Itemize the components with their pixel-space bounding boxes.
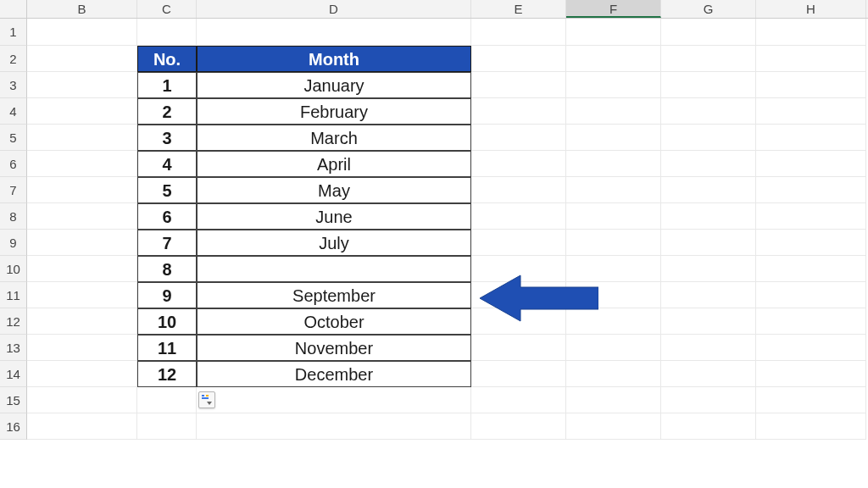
table-header-month[interactable]: Month: [197, 46, 471, 72]
cell-H3[interactable]: [756, 72, 866, 98]
cell-H11[interactable]: [756, 282, 866, 308]
cell-F16[interactable]: [566, 413, 661, 440]
cell-H1[interactable]: [756, 19, 866, 46]
table-cell-no[interactable]: 10: [137, 308, 197, 335]
row-header-1[interactable]: 1: [0, 19, 27, 46]
row-header-9[interactable]: 9: [0, 230, 27, 256]
cell-E4[interactable]: [471, 98, 566, 125]
table-cell-month[interactable]: November: [197, 335, 471, 361]
cell-C1[interactable]: [137, 19, 197, 46]
cell-C16[interactable]: [137, 413, 197, 440]
cell-G2[interactable]: [661, 46, 756, 72]
table-cell-month[interactable]: March: [197, 125, 471, 151]
table-cell-no[interactable]: 5: [137, 177, 197, 203]
row-header-14[interactable]: 14: [0, 361, 27, 387]
cell-B16[interactable]: [27, 413, 137, 440]
column-header-D[interactable]: D: [197, 0, 471, 18]
cell-E7[interactable]: [471, 177, 566, 203]
row-header-13[interactable]: 13: [0, 335, 27, 361]
cell-D16[interactable]: [197, 413, 471, 440]
cell-G4[interactable]: [661, 98, 756, 125]
cell-F15[interactable]: [566, 387, 661, 413]
table-cell-no[interactable]: 4: [137, 151, 197, 177]
cell-F2[interactable]: [566, 46, 661, 72]
cell-E14[interactable]: [471, 361, 566, 387]
cell-F8[interactable]: [566, 203, 661, 230]
table-cell-month[interactable]: September: [197, 282, 471, 308]
column-header-B[interactable]: B: [27, 0, 137, 18]
cell-H13[interactable]: [756, 335, 866, 361]
row-header-12[interactable]: 12: [0, 308, 27, 335]
cell-E9[interactable]: [471, 230, 566, 256]
table-cell-no[interactable]: 1: [137, 72, 197, 98]
table-cell-no[interactable]: 11: [137, 335, 197, 361]
cell-D1[interactable]: [197, 19, 471, 46]
cell-E6[interactable]: [471, 151, 566, 177]
cell-H12[interactable]: [756, 308, 866, 335]
cell-H6[interactable]: [756, 151, 866, 177]
cell-E1[interactable]: [471, 19, 566, 46]
cell-B10[interactable]: [27, 256, 137, 282]
select-all-corner[interactable]: [0, 0, 27, 18]
cell-F7[interactable]: [566, 177, 661, 203]
cell-E5[interactable]: [471, 125, 566, 151]
cell-F3[interactable]: [566, 72, 661, 98]
cell-G6[interactable]: [661, 151, 756, 177]
row-header-4[interactable]: 4: [0, 98, 27, 125]
row-header-6[interactable]: 6: [0, 151, 27, 177]
cell-G16[interactable]: [661, 413, 756, 440]
cell-B8[interactable]: [27, 203, 137, 230]
cell-F10[interactable]: [566, 256, 661, 282]
cell-B7[interactable]: [27, 177, 137, 203]
cell-B13[interactable]: [27, 335, 137, 361]
cell-G10[interactable]: [661, 256, 756, 282]
table-cell-month[interactable]: July: [197, 230, 471, 256]
cell-B6[interactable]: [27, 151, 137, 177]
cell-H4[interactable]: [756, 98, 866, 125]
table-cell-month[interactable]: June: [197, 203, 471, 230]
cell-F13[interactable]: [566, 335, 661, 361]
cell-B9[interactable]: [27, 230, 137, 256]
cell-H7[interactable]: [756, 177, 866, 203]
table-cell-month[interactable]: May: [197, 177, 471, 203]
cell-B12[interactable]: [27, 308, 137, 335]
cell-F12[interactable]: [566, 308, 661, 335]
cell-G1[interactable]: [661, 19, 756, 46]
cell-C15[interactable]: [137, 387, 197, 413]
cell-G14[interactable]: [661, 361, 756, 387]
table-cell-month[interactable]: January: [197, 72, 471, 98]
cell-F9[interactable]: [566, 230, 661, 256]
cell-B15[interactable]: [27, 387, 137, 413]
table-cell-month[interactable]: [197, 256, 471, 282]
cell-D15[interactable]: [197, 387, 471, 413]
cell-E2[interactable]: [471, 46, 566, 72]
table-cell-month[interactable]: December: [197, 361, 471, 387]
cell-G15[interactable]: [661, 387, 756, 413]
cell-E13[interactable]: [471, 335, 566, 361]
cell-F11[interactable]: [566, 282, 661, 308]
column-header-H[interactable]: H: [756, 0, 866, 18]
cell-G7[interactable]: [661, 177, 756, 203]
insert-options-tag-icon[interactable]: [198, 391, 215, 408]
cell-B2[interactable]: [27, 46, 137, 72]
column-header-F[interactable]: F: [566, 0, 661, 18]
cell-B4[interactable]: [27, 98, 137, 125]
cell-H5[interactable]: [756, 125, 866, 151]
cell-H2[interactable]: [756, 46, 866, 72]
cell-E15[interactable]: [471, 387, 566, 413]
cell-B1[interactable]: [27, 19, 137, 46]
cell-F1[interactable]: [566, 19, 661, 46]
column-header-G[interactable]: G: [661, 0, 756, 18]
cell-E11[interactable]: [471, 282, 566, 308]
table-header-no[interactable]: No.: [137, 46, 197, 72]
table-cell-month[interactable]: April: [197, 151, 471, 177]
cell-H9[interactable]: [756, 230, 866, 256]
row-header-16[interactable]: 16: [0, 413, 27, 440]
cell-G13[interactable]: [661, 335, 756, 361]
row-header-7[interactable]: 7: [0, 177, 27, 203]
column-header-E[interactable]: E: [471, 0, 566, 18]
cell-F14[interactable]: [566, 361, 661, 387]
row-header-8[interactable]: 8: [0, 203, 27, 230]
row-header-10[interactable]: 10: [0, 256, 27, 282]
table-cell-no[interactable]: 8: [137, 256, 197, 282]
